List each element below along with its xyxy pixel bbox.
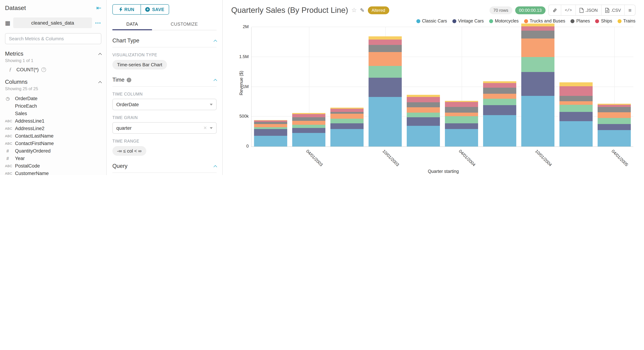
legend-item[interactable]: Vintage Cars — [452, 18, 484, 23]
bar-segment[interactable] — [369, 39, 402, 45]
bar-segment[interactable] — [369, 78, 402, 97]
bar-segment[interactable] — [254, 120, 287, 122]
bar-segment[interactable] — [407, 126, 440, 146]
bar-segment[interactable] — [522, 38, 554, 57]
stacked-bar[interactable] — [254, 120, 287, 146]
stacked-bar[interactable] — [598, 104, 630, 146]
bar-segment[interactable] — [522, 26, 554, 31]
bar-segment[interactable] — [483, 105, 516, 115]
bar-segment[interactable] — [598, 130, 630, 146]
bar-segment[interactable] — [445, 102, 478, 107]
column-item[interactable]: #Year — [5, 155, 101, 162]
legend-item[interactable]: Trucks and Buses — [524, 18, 565, 23]
bar-segment[interactable] — [522, 31, 554, 38]
stacked-bar[interactable] — [522, 23, 554, 146]
bar-segment[interactable] — [369, 66, 402, 78]
column-item[interactable]: PriceEach — [5, 102, 101, 110]
clear-icon[interactable]: ✕ — [203, 125, 207, 130]
export-csv-button[interactable]: .CSV — [601, 5, 624, 15]
bar-segment[interactable] — [598, 124, 630, 130]
bar-segment[interactable] — [369, 36, 402, 39]
stacked-bar[interactable] — [369, 36, 402, 146]
bar-segment[interactable] — [254, 124, 287, 127]
column-item[interactable]: ABCPostalCode — [5, 162, 101, 170]
bar-segment[interactable] — [522, 23, 554, 26]
bar-segment[interactable] — [445, 129, 478, 146]
chart-canvas[interactable]: Revenue ($) 0500k1M1.5M2M 04/01/200310/0… — [231, 27, 636, 174]
stacked-bar[interactable] — [292, 113, 325, 147]
column-item[interactable]: ABCContactLastName — [5, 132, 101, 140]
legend-item[interactable]: Motorcycles — [489, 18, 518, 23]
bar-segment[interactable] — [598, 105, 630, 107]
column-item[interactable]: ABCAddressLine2 — [5, 125, 101, 132]
bar-segment[interactable] — [292, 117, 325, 121]
help-icon[interactable]: ? — [42, 67, 46, 72]
stacked-bar[interactable] — [560, 82, 592, 146]
chevron-up-icon[interactable] — [214, 39, 217, 43]
dataset-name[interactable]: cleaned_sales_data — [13, 17, 92, 28]
column-item[interactable]: #QuantityOrdered — [5, 147, 101, 155]
share-link-button[interactable] — [549, 5, 561, 15]
run-button[interactable]: RUN — [112, 4, 141, 14]
dataset-more-icon[interactable]: ⋯ — [95, 19, 101, 26]
bar-segment[interactable] — [445, 101, 478, 102]
embed-code-button[interactable]: </> — [561, 5, 576, 15]
time-column-select[interactable]: OrderDate — [112, 99, 216, 110]
bar-segment[interactable] — [254, 129, 287, 136]
bar-segment[interactable] — [560, 121, 592, 146]
info-icon[interactable]: i — [127, 77, 131, 82]
legend-item[interactable]: Classic Cars — [416, 18, 447, 23]
bar-segment[interactable] — [407, 117, 440, 126]
time-range-value[interactable]: -∞ ≤ col < ∞ — [112, 146, 146, 156]
bar-segment[interactable] — [292, 133, 325, 146]
bar-segment[interactable] — [483, 94, 516, 99]
stacked-bar[interactable] — [330, 108, 364, 146]
bar-segment[interactable] — [445, 107, 478, 113]
column-item[interactable]: ◷OrderDate — [5, 95, 101, 102]
bar-segment[interactable] — [560, 96, 592, 101]
bar-segment[interactable] — [369, 97, 402, 146]
bar-segment[interactable] — [292, 121, 325, 125]
chevron-up-icon[interactable] — [98, 81, 102, 84]
legend-item[interactable]: Planes — [570, 18, 590, 23]
bar-segment[interactable] — [598, 104, 630, 105]
bar-segment[interactable] — [407, 112, 440, 117]
column-item[interactable]: ABCContactFirstName — [5, 140, 101, 147]
stacked-bar[interactable] — [483, 81, 516, 146]
metric-item[interactable]: ƒ COUNT(*) ? — [5, 67, 101, 72]
stacked-bar[interactable] — [407, 95, 440, 146]
bar-segment[interactable] — [330, 123, 364, 129]
collapse-panel-icon[interactable]: ⇤ — [96, 4, 102, 12]
bar-segment[interactable] — [522, 96, 554, 146]
bar-segment[interactable] — [598, 107, 630, 112]
bar-segment[interactable] — [560, 86, 592, 96]
column-item[interactable]: ABCCustomerName — [5, 170, 101, 175]
legend-item[interactable]: Trains — [618, 18, 636, 23]
bar-segment[interactable] — [292, 125, 325, 128]
chart-menu-button[interactable]: ≡ — [624, 5, 635, 15]
bar-segment[interactable] — [598, 112, 630, 118]
altered-badge[interactable]: Altered — [368, 6, 389, 14]
edit-properties-icon[interactable]: ✎ — [360, 7, 364, 13]
visualization-type-value[interactable]: Time-series Bar Chart — [112, 60, 167, 69]
tab-data[interactable]: DATA — [112, 19, 152, 30]
chevron-up-icon[interactable] — [214, 165, 217, 169]
bar-segment[interactable] — [330, 129, 364, 146]
bar-segment[interactable] — [445, 113, 478, 116]
bar-segment[interactable] — [560, 101, 592, 105]
bar-segment[interactable] — [522, 72, 554, 96]
bar-segment[interactable] — [254, 122, 287, 124]
bar-segment[interactable] — [483, 81, 516, 83]
bar-segment[interactable] — [483, 99, 516, 105]
chevron-up-icon[interactable] — [98, 53, 102, 56]
bar-segment[interactable] — [369, 52, 402, 66]
bar-segment[interactable] — [483, 88, 516, 94]
export-json-button[interactable]: .JSON — [576, 5, 601, 15]
legend-item[interactable]: Ships — [595, 18, 612, 23]
bar-segment[interactable] — [445, 123, 478, 129]
tab-customize[interactable]: CUSTOMIZE — [152, 19, 216, 30]
bar-segment[interactable] — [560, 82, 592, 86]
bar-segment[interactable] — [369, 45, 402, 52]
time-grain-select[interactable]: quarter ✕ — [112, 122, 216, 134]
metrics-columns-search-input[interactable] — [5, 33, 101, 44]
